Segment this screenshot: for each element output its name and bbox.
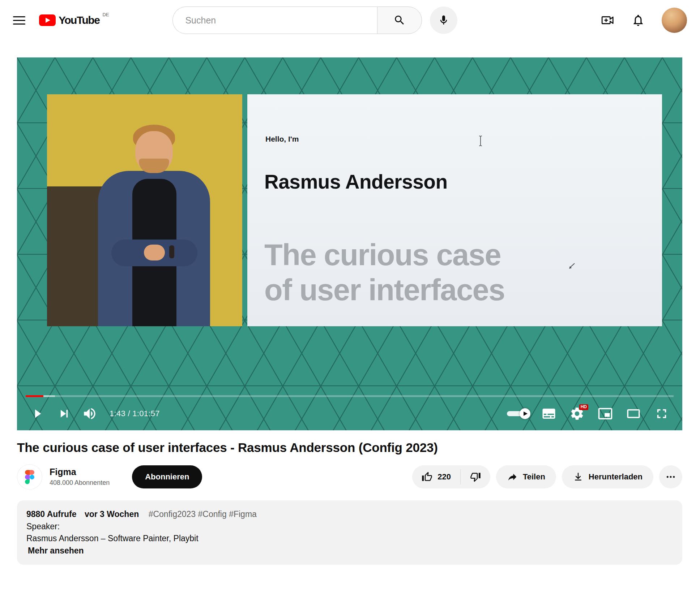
presentation-slide: Hello, I'm Rasmus Andersson The curious … xyxy=(247,94,662,326)
channel-name[interactable]: Figma xyxy=(50,467,110,477)
progress-bar[interactable] xyxy=(26,395,674,397)
subtitles-icon xyxy=(541,406,556,421)
skip-next-icon xyxy=(56,406,71,421)
play-button[interactable] xyxy=(26,406,50,421)
theater-mode-button[interactable] xyxy=(622,406,645,421)
time-display: 1:43 / 1:01:57 xyxy=(110,409,160,418)
pointer-cursor xyxy=(568,262,576,271)
progress-played xyxy=(26,395,43,397)
download-button[interactable]: Herunterladen xyxy=(562,465,653,488)
hashtags[interactable]: #Config2023 #Config #Figma xyxy=(149,509,257,519)
channel-row: Figma 408.000 Abonnenten Abonnieren 220 … xyxy=(17,464,682,490)
youtube-play-icon xyxy=(39,14,56,26)
menu-button[interactable] xyxy=(13,16,25,25)
top-navigation-bar: YouTube DE xyxy=(0,0,700,40)
subtitles-button[interactable] xyxy=(537,406,561,421)
like-count: 220 xyxy=(438,472,451,482)
thumb-up-icon xyxy=(422,471,432,482)
create-video-icon xyxy=(601,13,615,27)
search-bar xyxy=(172,7,422,34)
more-actions-button[interactable] xyxy=(659,465,682,488)
share-icon xyxy=(507,471,518,482)
miniplayer-icon xyxy=(598,406,613,421)
hd-quality-badge: HD xyxy=(579,404,588,410)
slide-speaker-name: Rasmus Andersson xyxy=(264,170,448,193)
autoplay-knob xyxy=(520,408,530,419)
thumb-down-icon xyxy=(470,471,481,482)
subscriber-count: 408.000 Abonnenten xyxy=(50,479,110,487)
next-button[interactable] xyxy=(52,406,76,421)
create-video-button[interactable] xyxy=(601,13,615,27)
text-cursor xyxy=(475,135,486,147)
show-more-button[interactable]: Mehr ansehen xyxy=(26,545,673,557)
description-box[interactable]: 9880 Aufrufe vor 3 Wochen #Config2023 #C… xyxy=(17,500,682,565)
channel-avatar[interactable] xyxy=(17,464,42,490)
voice-search-button[interactable] xyxy=(430,7,457,34)
view-count: 9880 Aufrufe xyxy=(26,509,76,519)
upload-date: vor 3 Wochen xyxy=(85,509,139,519)
search-icon xyxy=(393,14,406,26)
search-input[interactable] xyxy=(172,7,377,34)
slide-greeting-text: Hello, I'm xyxy=(265,135,299,143)
ellipsis-icon xyxy=(665,471,676,482)
player-controls: 1:43 / 1:01:57 HD xyxy=(26,402,674,425)
fullscreen-button[interactable] xyxy=(650,406,674,421)
volume-button[interactable] xyxy=(78,406,102,421)
like-button[interactable]: 220 xyxy=(412,465,460,488)
country-code-badge: DE xyxy=(102,12,109,17)
video-player[interactable]: Hello, I'm Rasmus Andersson The curious … xyxy=(17,57,682,430)
share-button[interactable]: Teilen xyxy=(496,465,556,488)
figma-logo-icon xyxy=(25,470,34,484)
description-speaker-line: Rasmus Andersson – Software Painter, Pla… xyxy=(26,533,673,545)
description-meta: 9880 Aufrufe vor 3 Wochen #Config2023 #C… xyxy=(26,508,673,521)
search-button[interactable] xyxy=(377,7,422,34)
fullscreen-icon xyxy=(654,406,669,421)
bell-icon xyxy=(631,13,645,27)
theater-mode-icon xyxy=(626,406,641,421)
notifications-button[interactable] xyxy=(631,13,645,27)
miniplayer-button[interactable] xyxy=(593,406,617,421)
slide-talk-title: The curious case of user interfaces xyxy=(264,237,505,307)
autoplay-toggle[interactable] xyxy=(505,408,530,420)
video-actions: 220 Teilen Herunterladen xyxy=(412,465,682,488)
description-speaker-label: Speaker: xyxy=(26,521,673,533)
user-avatar[interactable] xyxy=(662,8,687,33)
video-title: The curious case of user interfaces - Ra… xyxy=(17,440,682,455)
youtube-logo[interactable]: YouTube DE xyxy=(39,14,109,26)
subscribe-button[interactable]: Abonnieren xyxy=(132,465,202,488)
play-icon xyxy=(30,406,45,421)
microphone-icon xyxy=(438,14,449,26)
like-dislike-pill: 220 xyxy=(412,465,490,488)
youtube-logo-text: YouTube xyxy=(59,14,99,26)
speaker-camera-view xyxy=(47,94,242,326)
download-icon xyxy=(573,471,584,482)
dislike-button[interactable] xyxy=(461,465,490,488)
volume-icon xyxy=(82,406,97,421)
